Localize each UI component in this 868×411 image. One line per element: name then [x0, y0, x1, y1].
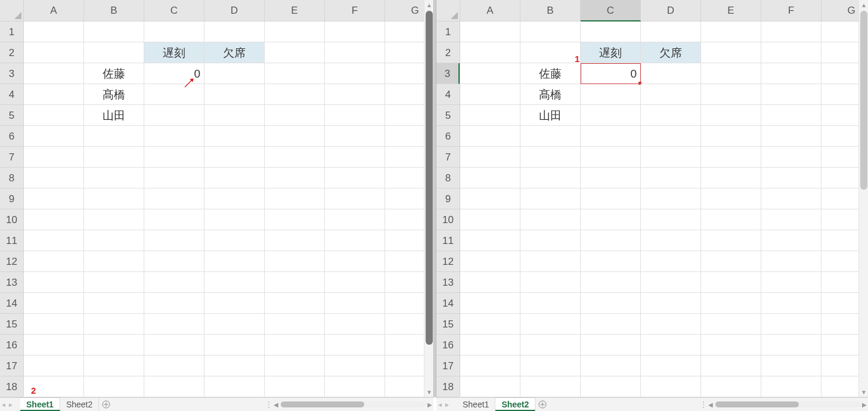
cell-E10[interactable] — [265, 209, 325, 230]
cell-C7[interactable] — [144, 147, 204, 168]
cell-B3[interactable]: 佐藤 — [84, 63, 144, 84]
cell-C13[interactable] — [581, 272, 641, 293]
cell-B18[interactable] — [84, 376, 144, 397]
cell-E9[interactable] — [701, 188, 761, 209]
row-header-4[interactable]: 4 — [0, 84, 23, 105]
cell-A5[interactable] — [460, 105, 520, 126]
cell-B16[interactable] — [84, 335, 144, 356]
cell-A7[interactable] — [24, 147, 84, 168]
row-header-4[interactable]: 4 — [436, 84, 460, 105]
row-header-7[interactable]: 7 — [436, 147, 460, 168]
cell-B6[interactable] — [84, 126, 144, 147]
row-header-9[interactable]: 9 — [0, 188, 23, 209]
cell-F5[interactable] — [761, 105, 822, 126]
cell-D16[interactable] — [641, 335, 701, 356]
column-header-E[interactable]: E — [701, 0, 761, 21]
cell-E5[interactable] — [701, 105, 761, 126]
cell-F2[interactable] — [761, 42, 822, 63]
cell-B8[interactable] — [520, 168, 581, 188]
cell-E4[interactable] — [265, 84, 325, 105]
cell-D3[interactable] — [641, 63, 701, 84]
cell-F14[interactable] — [761, 293, 822, 314]
cell-E17[interactable] — [701, 356, 761, 376]
cell-B16[interactable] — [520, 335, 581, 356]
row-header-18[interactable]: 18 — [0, 376, 23, 397]
cell-B9[interactable] — [520, 188, 581, 209]
cell-E13[interactable] — [265, 272, 325, 293]
row-header-2[interactable]: 2 — [436, 42, 460, 63]
cell-A11[interactable] — [460, 230, 520, 251]
cell-C12[interactable] — [144, 251, 204, 272]
cell-C16[interactable] — [144, 335, 204, 356]
cell-F7[interactable] — [325, 147, 385, 168]
select-all-corner[interactable] — [0, 0, 24, 21]
cell-A4[interactable] — [460, 84, 520, 105]
cell-C3[interactable]: 0 — [581, 63, 641, 84]
cell-F4[interactable] — [761, 84, 822, 105]
cell-E12[interactable] — [265, 251, 325, 272]
tab-nav-next-icon[interactable]: ► — [7, 398, 14, 411]
cell-B12[interactable] — [84, 251, 144, 272]
scroll-right-icon[interactable]: ▶ — [426, 400, 433, 409]
cell-D12[interactable] — [204, 251, 265, 272]
row-header-17[interactable]: 17 — [436, 356, 460, 376]
cell-D4[interactable] — [204, 84, 265, 105]
tab-nav-prev-icon[interactable]: ◄ — [436, 398, 444, 411]
row-header-18[interactable]: 18 — [436, 376, 460, 397]
cell-D17[interactable] — [204, 356, 265, 376]
tab-nav-prev-icon[interactable]: ◄ — [0, 398, 7, 411]
scroll-up-icon[interactable]: ▲ — [424, 0, 433, 10]
cell-E2[interactable] — [701, 42, 761, 63]
cell-C2[interactable]: 遅刻 — [581, 42, 641, 63]
cell-F12[interactable] — [761, 251, 822, 272]
cell-E6[interactable] — [701, 126, 761, 147]
cell-F10[interactable] — [325, 209, 385, 230]
column-header-D[interactable]: D — [641, 0, 701, 21]
hscroll-thumb[interactable] — [281, 401, 364, 407]
cell-B6[interactable] — [520, 126, 581, 147]
cell-D4[interactable] — [641, 84, 701, 105]
column-header-F[interactable]: F — [325, 0, 385, 21]
add-sheet-button[interactable] — [99, 398, 113, 411]
cell-E7[interactable] — [265, 147, 325, 168]
cell-D2[interactable]: 欠席 — [641, 42, 701, 63]
cell-E2[interactable] — [265, 42, 325, 63]
cell-D15[interactable] — [204, 314, 265, 335]
cell-A2[interactable] — [460, 42, 520, 63]
cell-A13[interactable] — [460, 272, 520, 293]
column-header-A[interactable]: A — [460, 0, 520, 21]
cell-F18[interactable] — [761, 376, 822, 397]
cell-D11[interactable] — [204, 230, 265, 251]
cell-F6[interactable] — [325, 126, 385, 147]
cell-D5[interactable] — [641, 105, 701, 126]
scroll-right-icon[interactable]: ▶ — [861, 400, 868, 409]
cell-C9[interactable] — [581, 188, 641, 209]
scroll-down-icon[interactable]: ▼ — [424, 387, 433, 397]
cell-C6[interactable] — [581, 126, 641, 147]
cell-A9[interactable] — [460, 188, 520, 209]
cell-E9[interactable] — [265, 188, 325, 209]
cell-D13[interactable] — [204, 272, 265, 293]
cell-F15[interactable] — [325, 314, 385, 335]
row-header-2[interactable]: 2 — [0, 42, 23, 63]
cell-C17[interactable] — [144, 356, 204, 376]
row-header-1[interactable]: 1 — [436, 21, 460, 42]
row-header-12[interactable]: 12 — [436, 251, 460, 272]
cell-B4[interactable]: 髙橋 — [520, 84, 581, 105]
cell-E18[interactable] — [265, 376, 325, 397]
tab-splitter-icon[interactable]: ⋮ — [264, 400, 272, 409]
scroll-up-icon[interactable]: ▲ — [859, 0, 868, 10]
cell-B13[interactable] — [520, 272, 581, 293]
column-header-C[interactable]: C — [144, 0, 204, 21]
cell-A10[interactable] — [24, 209, 84, 230]
column-header-B[interactable]: B — [520, 0, 581, 21]
horizontal-scrollbar[interactable]: ◀ ▶ — [707, 400, 868, 409]
row-header-10[interactable]: 10 — [436, 209, 460, 230]
cell-B7[interactable] — [84, 147, 144, 168]
cell-E8[interactable] — [265, 168, 325, 188]
cell-C1[interactable] — [144, 21, 204, 42]
cell-C11[interactable] — [144, 230, 204, 251]
column-header-D[interactable]: D — [204, 0, 265, 21]
row-header-16[interactable]: 16 — [436, 335, 460, 356]
cell-B14[interactable] — [84, 293, 144, 314]
